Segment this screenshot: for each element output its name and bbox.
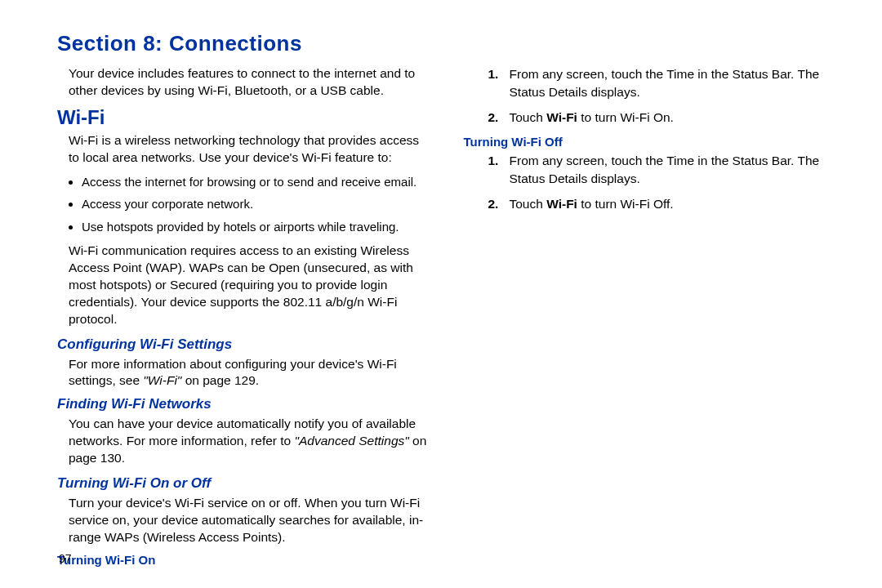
wifi-heading: Wi-Fi <box>57 106 431 129</box>
list-item: Access the internet for browsing or to s… <box>82 173 431 191</box>
step-text: Touch Wi-Fi to turn Wi-Fi On. <box>510 109 674 127</box>
configuring-text: For more information about configuring y… <box>69 356 431 390</box>
step-number: 2. <box>488 195 503 213</box>
wifi-detail: Wi-Fi communication requires access to a… <box>69 243 431 328</box>
finding-text: You can have your device automatically n… <box>69 416 431 467</box>
configuring-heading: Configuring Wi-Fi Settings <box>57 336 431 353</box>
turning-text: Turn your device's Wi-Fi service on or o… <box>69 495 431 546</box>
step-item: 2. Touch Wi-Fi to turn Wi-Fi Off. <box>488 195 838 213</box>
wifi-intro: Wi-Fi is a wireless networking technolog… <box>69 132 431 167</box>
xref: "Advanced Settings" <box>295 434 409 448</box>
step-number: 1. <box>488 65 503 100</box>
xref: "Wi-Fi" <box>143 373 181 387</box>
step-text: From any screen, touch the Time in the S… <box>510 152 838 187</box>
turning-off-steps: 1. From any screen, touch the Time in th… <box>488 152 838 213</box>
step-number: 2. <box>488 109 503 127</box>
intro-paragraph: Your device includes features to connect… <box>69 65 431 100</box>
list-item: Access your corporate network. <box>82 195 431 213</box>
text-run: to turn Wi-Fi Off. <box>577 197 674 211</box>
text-run: on page 129. <box>181 373 259 387</box>
text-run: to turn Wi-Fi On. <box>577 110 674 124</box>
wifi-bullet-list: Access the internet for browsing or to s… <box>57 173 431 236</box>
turning-on-steps: 1. From any screen, touch the Time in th… <box>488 65 838 127</box>
turning-on-heading: Turning Wi-Fi On <box>57 553 431 567</box>
step-item: 1. From any screen, touch the Time in th… <box>488 152 838 187</box>
text-run: Touch <box>510 110 547 124</box>
step-text: From any screen, touch the Time in the S… <box>510 65 838 100</box>
text-run: Touch <box>510 197 547 211</box>
list-item: Use hotspots provided by hotels or airpo… <box>82 218 431 236</box>
step-item: 2. Touch Wi-Fi to turn Wi-Fi On. <box>488 109 838 127</box>
step-item: 1. From any screen, touch the Time in th… <box>488 65 838 100</box>
step-number: 1. <box>488 152 503 187</box>
ui-term: Wi-Fi <box>546 110 577 124</box>
finding-heading: Finding Wi-Fi Networks <box>57 396 431 412</box>
page-number: 97 <box>59 552 72 565</box>
turning-off-heading: Turning Wi-Fi Off <box>464 135 838 149</box>
step-text: Touch Wi-Fi to turn Wi-Fi Off. <box>510 195 674 213</box>
turning-heading: Turning Wi-Fi On or Off <box>57 475 431 492</box>
ui-term: Wi-Fi <box>546 197 577 211</box>
section-title: Section 8: Connections <box>57 31 302 56</box>
